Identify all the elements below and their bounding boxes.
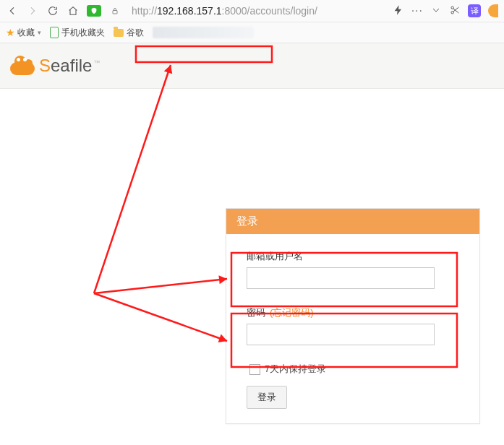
svg-point-1 <box>451 7 453 9</box>
seafile-logo[interactable]: Seafile™ <box>10 56 100 76</box>
star-icon: ★ <box>6 27 15 38</box>
translate-icon[interactable]: 译 <box>468 4 481 17</box>
phone-icon <box>50 27 59 38</box>
bookmark-google[interactable]: 谷歌 <box>114 27 144 39</box>
svg-rect-0 <box>113 11 117 14</box>
back-button[interactable] <box>6 4 19 17</box>
scissors-icon[interactable] <box>449 4 461 18</box>
forward-button[interactable] <box>26 4 39 17</box>
brand-name: Seafile™ <box>39 56 100 76</box>
url-protocol: http:// <box>132 5 157 17</box>
more-menu[interactable]: ··· <box>411 4 423 17</box>
svg-line-10 <box>94 293 227 341</box>
bookmark-google-label: 谷歌 <box>127 27 144 39</box>
home-button[interactable] <box>67 4 80 17</box>
email-input[interactable] <box>247 267 435 289</box>
svg-line-8 <box>94 279 227 293</box>
password-field-group: 密码(忘记密码) <box>247 306 459 345</box>
svg-line-6 <box>94 65 171 293</box>
brand-header: Seafile™ <box>0 43 504 89</box>
chevron-down-icon[interactable] <box>430 4 442 18</box>
mobile-bookmarks-label: 手机收藏夹 <box>61 27 105 39</box>
email-label: 邮箱或用户名 <box>247 250 459 263</box>
lock-icon <box>108 4 121 17</box>
url-host: 192.168.157.1 <box>157 5 222 17</box>
forgot-password-link[interactable]: (忘记密码) <box>270 307 314 318</box>
bookmarks-bar: ★ 收藏 ▾ 手机收藏夹 谷歌 <box>0 22 504 43</box>
mobile-bookmarks[interactable]: 手机收藏夹 <box>50 27 105 39</box>
favorites-label: 收藏 <box>17 27 35 39</box>
cloud-logo-icon <box>10 56 35 75</box>
reload-button[interactable] <box>46 4 59 17</box>
folder-icon <box>114 29 124 37</box>
svg-point-2 <box>451 11 453 13</box>
extension-icon[interactable] <box>488 4 498 17</box>
security-shield-icon[interactable] <box>87 5 101 17</box>
url-path: /accounts/login/ <box>247 5 317 17</box>
email-field-group: 邮箱或用户名 <box>247 250 459 289</box>
page-body: Seafile™ 登录 邮箱或用户名 密码(忘记密码) 7天内保持登录 登录 <box>0 43 504 445</box>
bolt-icon[interactable] <box>393 4 404 18</box>
login-title: 登录 <box>226 209 479 234</box>
remember-checkbox[interactable]: 7天内保持登录 <box>249 363 459 376</box>
browser-toolbar: http://192.168.157.1:8000/accounts/login… <box>0 0 504 22</box>
favorites-button[interactable]: ★ 收藏 ▾ <box>6 27 41 39</box>
remember-label: 7天内保持登录 <box>265 363 326 376</box>
password-input[interactable] <box>247 324 435 345</box>
address-bar[interactable]: http://192.168.157.1:8000/accounts/login… <box>129 4 320 18</box>
login-card: 登录 邮箱或用户名 密码(忘记密码) 7天内保持登录 登录 <box>226 208 480 424</box>
url-port: :8000 <box>222 5 247 17</box>
blurred-bookmarks <box>153 27 254 38</box>
login-button[interactable]: 登录 <box>247 386 287 409</box>
password-label: 密码(忘记密码) <box>247 306 459 319</box>
checkbox-icon <box>249 364 260 375</box>
